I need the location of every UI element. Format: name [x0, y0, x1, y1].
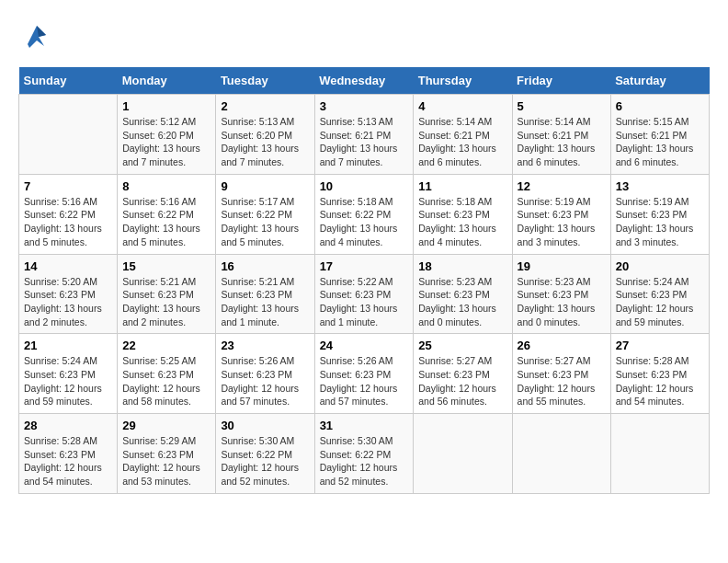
- calendar-cell: 21Sunrise: 5:24 AM Sunset: 6:23 PM Dayli…: [19, 334, 118, 414]
- day-number: 24: [320, 339, 409, 352]
- calendar-cell: 7Sunrise: 5:16 AM Sunset: 6:22 PM Daylig…: [19, 174, 118, 254]
- calendar-cell: 30Sunrise: 5:30 AM Sunset: 6:22 PM Dayli…: [216, 414, 314, 494]
- day-number: 31: [320, 419, 409, 432]
- day-info: Sunrise: 5:13 AM Sunset: 6:21 PM Dayligh…: [320, 115, 409, 169]
- day-info: Sunrise: 5:17 AM Sunset: 6:22 PM Dayligh…: [221, 195, 309, 249]
- calendar-cell: 4Sunrise: 5:14 AM Sunset: 6:21 PM Daylig…: [414, 95, 512, 175]
- day-info: Sunrise: 5:23 AM Sunset: 6:23 PM Dayligh…: [418, 275, 506, 329]
- day-number: 5: [518, 99, 606, 113]
- day-number: 22: [122, 339, 210, 352]
- calendar-cell: 5Sunrise: 5:14 AM Sunset: 6:21 PM Daylig…: [512, 95, 610, 175]
- day-number: 2: [221, 99, 309, 113]
- calendar-cell: 17Sunrise: 5:22 AM Sunset: 6:23 PM Dayli…: [314, 254, 414, 334]
- day-info: Sunrise: 5:19 AM Sunset: 6:23 PM Dayligh…: [616, 195, 704, 249]
- day-number: 9: [221, 179, 309, 193]
- day-info: Sunrise: 5:16 AM Sunset: 6:22 PM Dayligh…: [122, 195, 210, 249]
- day-number: 28: [24, 419, 112, 432]
- page-header: [18, 18, 710, 58]
- calendar-cell: 18Sunrise: 5:23 AM Sunset: 6:23 PM Dayli…: [414, 254, 512, 334]
- calendar-cell: 16Sunrise: 5:21 AM Sunset: 6:23 PM Dayli…: [216, 254, 314, 334]
- calendar-cell: 2Sunrise: 5:13 AM Sunset: 6:20 PM Daylig…: [216, 95, 314, 175]
- calendar-cell: 27Sunrise: 5:28 AM Sunset: 6:23 PM Dayli…: [610, 334, 709, 414]
- calendar-cell: [414, 414, 512, 494]
- day-info: Sunrise: 5:20 AM Sunset: 6:23 PM Dayligh…: [24, 275, 112, 329]
- weekday-header-sunday: Sunday: [19, 67, 118, 95]
- calendar-cell: [512, 414, 610, 494]
- calendar-cell: 1Sunrise: 5:12 AM Sunset: 6:20 PM Daylig…: [118, 95, 216, 175]
- day-number: 8: [122, 179, 210, 193]
- day-info: Sunrise: 5:21 AM Sunset: 6:23 PM Dayligh…: [221, 275, 309, 329]
- day-number: 1: [122, 99, 210, 113]
- day-info: Sunrise: 5:30 AM Sunset: 6:22 PM Dayligh…: [320, 434, 409, 488]
- day-info: Sunrise: 5:18 AM Sunset: 6:23 PM Dayligh…: [418, 195, 506, 249]
- day-info: Sunrise: 5:13 AM Sunset: 6:20 PM Dayligh…: [221, 115, 309, 169]
- weekday-header-wednesday: Wednesday: [314, 67, 414, 95]
- weekday-header-tuesday: Tuesday: [216, 67, 314, 95]
- calendar-cell: 3Sunrise: 5:13 AM Sunset: 6:21 PM Daylig…: [314, 95, 414, 175]
- day-number: 29: [122, 419, 210, 432]
- calendar-week-row: 21Sunrise: 5:24 AM Sunset: 6:23 PM Dayli…: [19, 334, 710, 414]
- day-number: 18: [418, 259, 506, 273]
- day-number: 6: [616, 99, 704, 113]
- calendar-cell: 31Sunrise: 5:30 AM Sunset: 6:22 PM Dayli…: [314, 414, 414, 494]
- day-number: 30: [221, 419, 309, 432]
- day-number: 23: [221, 339, 309, 352]
- calendar-cell: 9Sunrise: 5:17 AM Sunset: 6:22 PM Daylig…: [216, 174, 314, 254]
- calendar-cell: 8Sunrise: 5:16 AM Sunset: 6:22 PM Daylig…: [118, 174, 216, 254]
- day-info: Sunrise: 5:21 AM Sunset: 6:23 PM Dayligh…: [122, 275, 210, 329]
- day-info: Sunrise: 5:22 AM Sunset: 6:23 PM Dayligh…: [320, 275, 409, 329]
- day-info: Sunrise: 5:28 AM Sunset: 6:23 PM Dayligh…: [616, 354, 704, 408]
- day-number: 7: [24, 179, 112, 193]
- day-info: Sunrise: 5:26 AM Sunset: 6:23 PM Dayligh…: [221, 354, 309, 408]
- day-number: 13: [616, 179, 704, 193]
- logo: [18, 18, 55, 58]
- weekday-header-friday: Friday: [512, 67, 610, 95]
- day-info: Sunrise: 5:24 AM Sunset: 6:23 PM Dayligh…: [616, 275, 704, 329]
- calendar-cell: [19, 95, 118, 175]
- day-number: 20: [616, 259, 704, 273]
- day-info: Sunrise: 5:12 AM Sunset: 6:20 PM Dayligh…: [122, 115, 210, 169]
- calendar-week-row: 7Sunrise: 5:16 AM Sunset: 6:22 PM Daylig…: [19, 174, 710, 254]
- day-info: Sunrise: 5:16 AM Sunset: 6:22 PM Dayligh…: [24, 195, 112, 249]
- day-info: Sunrise: 5:19 AM Sunset: 6:23 PM Dayligh…: [518, 195, 606, 249]
- calendar-cell: 14Sunrise: 5:20 AM Sunset: 6:23 PM Dayli…: [19, 254, 118, 334]
- calendar-cell: 25Sunrise: 5:27 AM Sunset: 6:23 PM Dayli…: [414, 334, 512, 414]
- calendar-cell: 20Sunrise: 5:24 AM Sunset: 6:23 PM Dayli…: [610, 254, 709, 334]
- calendar-cell: 29Sunrise: 5:29 AM Sunset: 6:23 PM Dayli…: [118, 414, 216, 494]
- calendar-cell: 11Sunrise: 5:18 AM Sunset: 6:23 PM Dayli…: [414, 174, 512, 254]
- day-info: Sunrise: 5:23 AM Sunset: 6:23 PM Dayligh…: [518, 275, 606, 329]
- weekday-header-saturday: Saturday: [610, 67, 709, 95]
- calendar-cell: 15Sunrise: 5:21 AM Sunset: 6:23 PM Dayli…: [118, 254, 216, 334]
- calendar-week-row: 14Sunrise: 5:20 AM Sunset: 6:23 PM Dayli…: [19, 254, 710, 334]
- day-info: Sunrise: 5:25 AM Sunset: 6:23 PM Dayligh…: [122, 354, 210, 408]
- calendar-cell: 28Sunrise: 5:28 AM Sunset: 6:23 PM Dayli…: [19, 414, 118, 494]
- day-number: 25: [418, 339, 506, 352]
- calendar-week-row: 28Sunrise: 5:28 AM Sunset: 6:23 PM Dayli…: [19, 414, 710, 494]
- day-number: 3: [320, 99, 409, 113]
- day-info: Sunrise: 5:24 AM Sunset: 6:23 PM Dayligh…: [24, 354, 112, 408]
- calendar-cell: 19Sunrise: 5:23 AM Sunset: 6:23 PM Dayli…: [512, 254, 610, 334]
- day-number: 16: [221, 259, 309, 273]
- day-info: Sunrise: 5:27 AM Sunset: 6:23 PM Dayligh…: [518, 354, 606, 408]
- calendar-cell: 10Sunrise: 5:18 AM Sunset: 6:22 PM Dayli…: [314, 174, 414, 254]
- weekday-header-thursday: Thursday: [414, 67, 512, 95]
- calendar-cell: 22Sunrise: 5:25 AM Sunset: 6:23 PM Dayli…: [118, 334, 216, 414]
- day-number: 10: [320, 179, 409, 193]
- day-number: 12: [518, 179, 606, 193]
- day-number: 26: [518, 339, 606, 352]
- calendar-cell: 12Sunrise: 5:19 AM Sunset: 6:23 PM Dayli…: [512, 174, 610, 254]
- calendar-cell: [610, 414, 709, 494]
- weekday-header-row: SundayMondayTuesdayWednesdayThursdayFrid…: [19, 67, 710, 95]
- day-number: 17: [320, 259, 409, 273]
- calendar-cell: 24Sunrise: 5:26 AM Sunset: 6:23 PM Dayli…: [314, 334, 414, 414]
- day-number: 21: [24, 339, 112, 352]
- day-info: Sunrise: 5:27 AM Sunset: 6:23 PM Dayligh…: [418, 354, 506, 408]
- logo-icon: [18, 18, 53, 58]
- day-number: 15: [122, 259, 210, 273]
- day-info: Sunrise: 5:28 AM Sunset: 6:23 PM Dayligh…: [24, 434, 112, 488]
- weekday-header-monday: Monday: [118, 67, 216, 95]
- day-info: Sunrise: 5:14 AM Sunset: 6:21 PM Dayligh…: [418, 115, 506, 169]
- day-number: 14: [24, 259, 112, 273]
- day-number: 19: [518, 259, 606, 273]
- calendar-cell: 13Sunrise: 5:19 AM Sunset: 6:23 PM Dayli…: [610, 174, 709, 254]
